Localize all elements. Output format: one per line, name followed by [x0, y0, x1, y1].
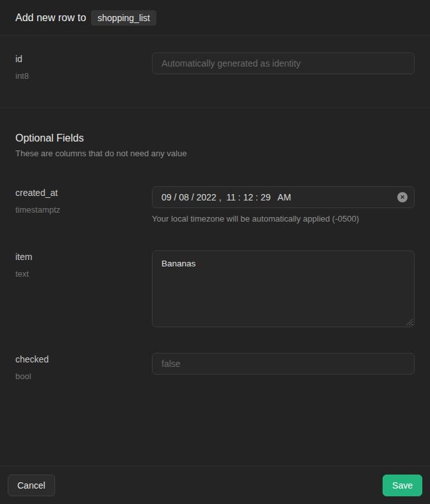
field-row-id: id int8 [15, 53, 415, 82]
field-label-id: id [15, 53, 152, 65]
field-label-item: item [15, 250, 152, 263]
field-control-id [152, 53, 415, 74]
datetime-input-wrap [152, 186, 415, 208]
field-meta-checked: checked bool [15, 353, 152, 382]
add-row-panel: Add new row to shopping_list id int8 Opt… [0, 0, 430, 504]
panel-footer: Cancel Save [0, 466, 430, 504]
field-type-item: text [15, 268, 152, 280]
cancel-button[interactable]: Cancel [8, 475, 55, 496]
optional-fields-heading: Optional Fields [15, 133, 415, 144]
field-row-created-at: created_at timestamptz Your local timezo… [15, 186, 415, 224]
field-row-item: item text Bananas [15, 250, 415, 327]
circle-x-icon[interactable] [397, 192, 408, 202]
optional-fields-subtitle: These are columns that do not need any v… [15, 149, 415, 158]
save-button[interactable]: Save [383, 475, 422, 496]
field-label-created-at: created_at [15, 186, 152, 199]
field-type-id: int8 [15, 70, 152, 82]
optional-fields-section: Optional Fields These are columns that d… [0, 108, 430, 382]
field-type-created-at: timestamptz [15, 204, 152, 216]
timezone-helper-text: Your local timezone will be automaticall… [152, 214, 415, 224]
field-meta-item: item text [15, 250, 152, 280]
field-label-checked: checked [15, 353, 152, 366]
checked-input[interactable] [152, 353, 415, 375]
panel-header: Add new row to shopping_list [0, 0, 430, 36]
field-meta-created-at: created_at timestamptz [15, 186, 152, 216]
id-input[interactable] [152, 53, 415, 74]
field-type-checked: bool [15, 371, 152, 382]
item-textarea[interactable]: Bananas [152, 250, 415, 327]
table-name-badge: shopping_list [91, 10, 156, 26]
field-control-item: Bananas [152, 250, 415, 327]
field-meta-id: id int8 [15, 53, 152, 82]
required-fields-section: id int8 [0, 36, 430, 108]
field-control-created-at: Your local timezone will be automaticall… [152, 186, 415, 224]
field-control-checked [152, 353, 415, 375]
created-at-datetime-input[interactable] [152, 186, 415, 208]
panel-title: Add new row to [15, 12, 86, 24]
field-row-checked: checked bool [15, 353, 415, 382]
